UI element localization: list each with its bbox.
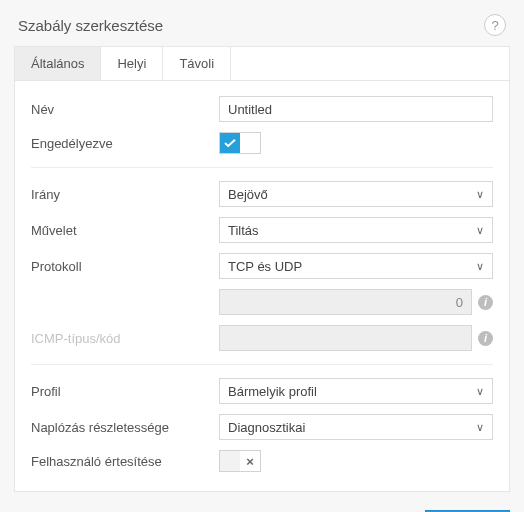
protocol-select[interactable]: TCP és UDP ∨	[219, 253, 493, 279]
protocol-number-input	[219, 289, 472, 315]
chevron-down-icon: ∨	[476, 224, 484, 237]
row-icmp: ICMP-típus/kód i	[31, 320, 493, 356]
direction-select[interactable]: Bejövő ∨	[219, 181, 493, 207]
form-body: Név Engedélyezve	[15, 81, 509, 491]
label-action: Művelet	[31, 223, 219, 238]
label-protocol: Protokoll	[31, 259, 219, 274]
row-protocol: Protokoll TCP és UDP ∨	[31, 248, 493, 284]
row-notify: Felhasználó értesítése ×	[31, 445, 493, 477]
enabled-toggle[interactable]	[219, 132, 261, 154]
dialog-header: Szabály szerkesztése ?	[0, 0, 524, 46]
chevron-down-icon: ∨	[476, 188, 484, 201]
label-name: Név	[31, 102, 219, 117]
label-notify: Felhasználó értesítése	[31, 454, 219, 469]
rule-editor-dialog: Szabály szerkesztése ? Általános Helyi T…	[0, 0, 524, 512]
chevron-down-icon: ∨	[476, 385, 484, 398]
x-icon: ×	[246, 455, 254, 468]
logging-select[interactable]: Diagnosztikai ∨	[219, 414, 493, 440]
label-icmp: ICMP-típus/kód	[31, 331, 219, 346]
label-enabled: Engedélyezve	[31, 136, 219, 151]
row-name: Név	[31, 91, 493, 127]
row-direction: Irány Bejövő ∨	[31, 176, 493, 212]
action-value: Tiltás	[228, 223, 259, 238]
separator	[31, 364, 493, 365]
dialog-footer: OK	[0, 502, 524, 512]
tab-general[interactable]: Általános	[15, 47, 101, 80]
direction-value: Bejövő	[228, 187, 268, 202]
check-icon	[224, 139, 236, 148]
action-select[interactable]: Tiltás ∨	[219, 217, 493, 243]
row-logging: Naplózás részletessége Diagnosztikai ∨	[31, 409, 493, 445]
row-profile: Profil Bármelyik profil ∨	[31, 373, 493, 409]
icmp-input	[219, 325, 472, 351]
chevron-down-icon: ∨	[476, 260, 484, 273]
content-panel: Általános Helyi Távoli Név Engedélyezve	[14, 46, 510, 492]
logging-value: Diagnosztikai	[228, 420, 305, 435]
profile-select[interactable]: Bármelyik profil ∨	[219, 378, 493, 404]
help-icon[interactable]: ?	[484, 14, 506, 36]
info-icon[interactable]: i	[478, 295, 493, 310]
dialog-title: Szabály szerkesztése	[18, 17, 163, 34]
label-logging: Naplózás részletessége	[31, 420, 219, 435]
row-enabled: Engedélyezve	[31, 127, 493, 159]
label-profile: Profil	[31, 384, 219, 399]
notify-toggle[interactable]: ×	[219, 450, 261, 472]
protocol-value: TCP és UDP	[228, 259, 302, 274]
tab-remote[interactable]: Távoli	[163, 47, 231, 80]
separator	[31, 167, 493, 168]
tab-local[interactable]: Helyi	[101, 47, 163, 80]
label-direction: Irány	[31, 187, 219, 202]
info-icon[interactable]: i	[478, 331, 493, 346]
tab-bar: Általános Helyi Távoli	[15, 47, 509, 81]
name-input[interactable]	[219, 96, 493, 122]
row-action: Művelet Tiltás ∨	[31, 212, 493, 248]
row-protocol-number: i	[31, 284, 493, 320]
profile-value: Bármelyik profil	[228, 384, 317, 399]
chevron-down-icon: ∨	[476, 421, 484, 434]
